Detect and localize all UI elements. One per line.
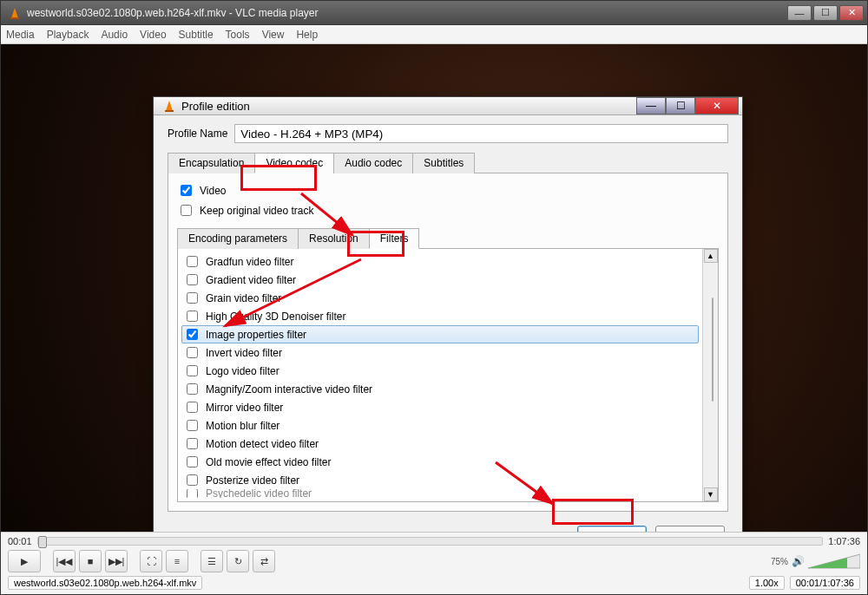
next-button[interactable]: ▶▶| <box>105 550 128 572</box>
filter-checkbox[interactable] <box>187 489 198 498</box>
keep-original-checkbox[interactable] <box>181 205 192 216</box>
menu-media[interactable]: Media <box>6 29 35 41</box>
menu-view[interactable]: View <box>262 29 285 41</box>
volume-percent: 75% <box>771 557 788 566</box>
shuffle-button[interactable]: ⇄ <box>253 550 275 572</box>
profile-name-label: Profile Name <box>168 128 227 140</box>
vlc-cone-icon <box>8 6 22 20</box>
speaker-icon[interactable]: 🔊 <box>792 555 805 567</box>
subtab-filters[interactable]: Filters <box>369 228 420 249</box>
save-button[interactable]: Save <box>577 526 647 532</box>
dialog-minimize-button[interactable]: — <box>636 97 666 114</box>
scroll-up-button[interactable]: ▲ <box>704 249 718 263</box>
filter-item[interactable]: Image properties filter <box>181 325 699 343</box>
filter-item[interactable]: High Quality 3D Denoiser filter <box>181 307 699 325</box>
menu-subtitle[interactable]: Subtitle <box>179 29 214 41</box>
minimize-button[interactable]: — <box>787 5 812 21</box>
filter-checkbox[interactable] <box>187 474 198 486</box>
tab-encapsulation[interactable]: Encapsulation <box>168 153 255 173</box>
dialog-close-button[interactable]: ✕ <box>695 97 739 114</box>
filters-panel: Gradfun video filterGradient video filte… <box>177 248 719 502</box>
filter-item[interactable]: Gradfun video filter <box>181 252 699 271</box>
extended-settings-button[interactable]: ≡ <box>166 550 188 572</box>
filter-item[interactable]: Posterize video filter <box>181 471 699 489</box>
filter-checkbox[interactable] <box>187 292 198 304</box>
stop-button[interactable]: ■ <box>79 550 102 572</box>
video-area[interactable]: Profile edition — ☐ ✕ Profile Name Encap… <box>1 44 867 532</box>
subtab-resolution[interactable]: Resolution <box>298 228 370 249</box>
menu-audio[interactable]: Audio <box>101 29 128 41</box>
previous-button[interactable]: |◀◀ <box>53 550 76 572</box>
playlist-button[interactable]: ☰ <box>201 550 223 572</box>
play-button[interactable]: ▶ <box>8 550 41 572</box>
filter-checkbox[interactable] <box>187 383 198 395</box>
subtab-encoding-parameters[interactable]: Encoding parameters <box>177 228 299 249</box>
svg-marker-0 <box>11 8 18 18</box>
scroll-down-button[interactable]: ▼ <box>704 487 718 501</box>
time-indicator[interactable]: 00:01/1:07:36 <box>790 576 860 590</box>
menu-video[interactable]: Video <box>140 29 166 41</box>
vlc-cone-icon <box>162 99 176 113</box>
maximize-button[interactable]: ☐ <box>813 5 838 21</box>
dialog-title: Profile edition <box>181 100 250 113</box>
menu-playback[interactable]: Playback <box>47 29 89 41</box>
scrollbar[interactable]: ▲ ▼ <box>702 249 718 501</box>
filter-checkbox[interactable] <box>187 438 198 449</box>
playback-speed[interactable]: 1.00x <box>749 576 785 590</box>
filter-label: Posterize video filter <box>206 474 299 487</box>
seek-knob[interactable] <box>38 536 47 548</box>
dialog-maximize-button[interactable]: ☐ <box>666 97 695 114</box>
svg-rect-3 <box>165 110 174 112</box>
filter-item[interactable]: Grain video filter <box>181 289 699 307</box>
filter-item[interactable]: Logo video filter <box>181 362 699 380</box>
video-checkbox-label: Video <box>200 185 226 197</box>
keep-original-label: Keep original video track <box>200 205 313 217</box>
filter-label: Gradient video filter <box>206 274 296 286</box>
filter-item[interactable]: Motion detect video filter <box>181 435 699 453</box>
dialog-titlebar[interactable]: Profile edition — ☐ ✕ <box>154 97 742 115</box>
filter-label: Image properties filter <box>206 329 306 341</box>
filter-item[interactable]: Psychedelic video filter <box>181 489 699 498</box>
cancel-button[interactable]: Cancel <box>655 526 725 532</box>
filter-item[interactable]: Invert video filter <box>181 343 699 362</box>
scroll-thumb[interactable] <box>712 298 713 402</box>
time-elapsed: 00:01 <box>8 536 32 546</box>
filter-checkbox[interactable] <box>187 256 198 267</box>
filter-label: Psychedelic video filter <box>206 489 312 498</box>
filter-label: Mirror video filter <box>206 402 283 414</box>
fullscreen-button[interactable]: ⛶ <box>140 550 162 572</box>
main-titlebar[interactable]: westworld.s03e02.1080p.web.h264-xlf.mkv … <box>1 1 867 25</box>
svg-rect-1 <box>10 17 19 19</box>
filter-checkbox[interactable] <box>187 274 198 285</box>
filter-item[interactable]: Old movie effect video filter <box>181 453 699 471</box>
time-total: 1:07:36 <box>828 536 860 546</box>
filter-item[interactable]: Magnify/Zoom interactive video filter <box>181 380 699 398</box>
profile-name-input[interactable] <box>234 124 728 143</box>
tab-subtitles[interactable]: Subtitles <box>412 153 475 173</box>
filter-checkbox[interactable] <box>187 329 198 340</box>
video-checkbox[interactable] <box>181 185 192 196</box>
sub-tabs: Encoding parameters Resolution Filters <box>177 227 719 249</box>
tab-video-codec[interactable]: Video codec <box>254 153 334 173</box>
filter-checkbox[interactable] <box>187 420 198 431</box>
filter-item[interactable]: Motion blur filter <box>181 416 699 435</box>
tab-audio-codec[interactable]: Audio codec <box>333 153 413 173</box>
filter-checkbox[interactable] <box>187 365 198 376</box>
loop-button[interactable]: ↻ <box>227 550 249 572</box>
close-button[interactable]: ✕ <box>839 5 864 21</box>
filter-checkbox[interactable] <box>187 402 198 413</box>
menu-tools[interactable]: Tools <box>226 29 250 41</box>
filter-list[interactable]: Gradfun video filterGradient video filte… <box>178 249 702 501</box>
filter-item[interactable]: Gradient video filter <box>181 271 699 289</box>
filter-label: Motion detect video filter <box>206 438 319 450</box>
player-controls: 00:01 1:07:36 ▶ |◀◀ ■ ▶▶| ⛶ ≡ ☰ ↻ ⇄ 75% … <box>1 532 867 594</box>
filter-checkbox[interactable] <box>187 456 198 468</box>
filter-label: Gradfun video filter <box>206 256 293 268</box>
seek-bar[interactable] <box>37 537 824 546</box>
filter-checkbox[interactable] <box>187 311 198 322</box>
volume-slider[interactable] <box>808 552 860 570</box>
menu-help[interactable]: Help <box>296 29 318 41</box>
filter-label: High Quality 3D Denoiser filter <box>206 311 345 323</box>
filter-checkbox[interactable] <box>187 347 198 358</box>
filter-item[interactable]: Mirror video filter <box>181 398 699 416</box>
